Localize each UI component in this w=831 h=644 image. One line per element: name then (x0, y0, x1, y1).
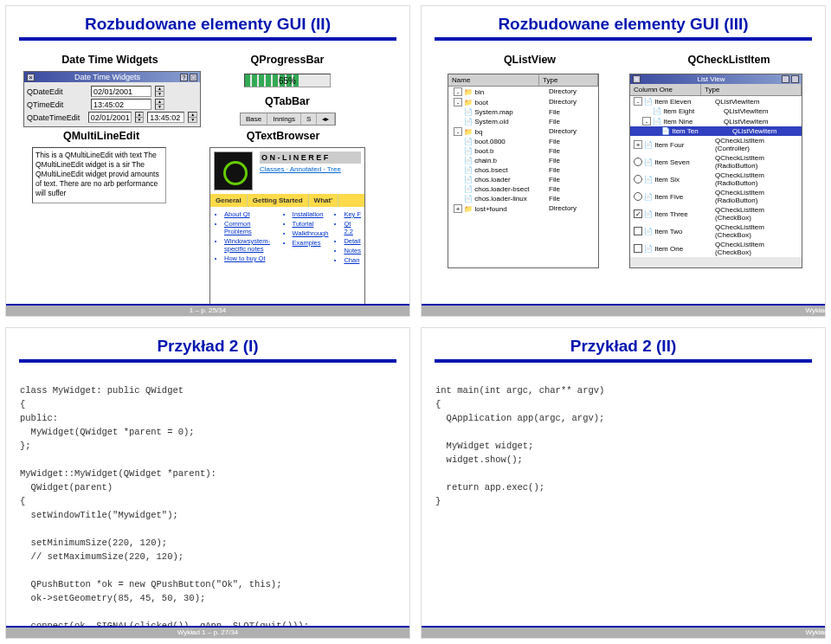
link[interactable]: Qt 2.2 (344, 220, 361, 235)
listview[interactable]: Name Type - 📁 binDirectory- 📁 bootDirect… (448, 74, 599, 268)
label-textbrowser: QTextBrowser (227, 130, 339, 142)
checklist-row[interactable]: 📄 Item SixQCheckListItem (RadioButton) (630, 171, 802, 188)
checklist-row[interactable]: -📄 Item NineQListViewItem (630, 116, 802, 126)
multiline-edit[interactable]: This is a QMultiLineEdit with text The Q… (32, 147, 166, 203)
checklist[interactable]: × List View Column One Type -📄 Item Elev… (629, 74, 802, 268)
spin-icon[interactable]: ▲▼ (155, 86, 164, 97)
list-row[interactable]: - 📁 bootDirectory (448, 97, 598, 107)
max-icon[interactable] (791, 75, 799, 83)
expand-icon[interactable]: + (634, 140, 642, 149)
title-rule (435, 359, 812, 363)
slide-example-2-2: Przykład 2 (II) int main(int argc, char*… (421, 327, 826, 639)
spin-icon[interactable]: ▲▼ (155, 99, 164, 110)
link-col: Installation Tutorial Walkthrough Exampl… (282, 210, 329, 266)
col-header[interactable]: Column One (630, 84, 701, 95)
tb-tab[interactable]: General (210, 194, 248, 207)
qt-logo-icon (214, 151, 253, 190)
link[interactable]: Chan (344, 256, 361, 264)
min-icon[interactable] (782, 75, 789, 83)
radio-icon[interactable] (634, 192, 642, 201)
list-row[interactable]: - 📁 bqDirectory (448, 126, 598, 137)
col-header[interactable]: Type (539, 74, 598, 86)
tb-tabs[interactable]: General Getting Started What' (210, 194, 364, 207)
tb-tab[interactable]: What' (309, 194, 338, 207)
list-row[interactable]: 📄 chain.bFile (448, 156, 598, 165)
link[interactable]: About Qt (224, 210, 277, 218)
list-row[interactable]: 📄 chos.loader-linuxFile (448, 194, 598, 203)
link[interactable]: Windowsystem-specific notes (224, 237, 277, 253)
expand-icon[interactable]: - (642, 117, 651, 126)
checklist-row[interactable]: -📄 Item ElevenQListViewItem (630, 96, 802, 106)
list-row[interactable]: 📄 chos.loaderFile (448, 175, 598, 184)
link[interactable]: Common Problems (224, 220, 277, 235)
tab[interactable]: Base (241, 113, 267, 125)
tb-header: O N - L I N E R E F (260, 151, 361, 164)
slide-title: Przykład 2 (I) (6, 328, 409, 359)
checklist-row[interactable]: 📄 Item TwoQCheckListItem (CheckBox) (630, 222, 802, 240)
link[interactable]: Key F (344, 210, 361, 218)
link[interactable]: Walkthrough (293, 229, 329, 237)
footer-right: Wykład 1 (806, 306, 831, 314)
list-row[interactable]: 📄 boot.0800File (448, 137, 598, 146)
tab[interactable]: S (301, 113, 317, 125)
slide-footer: Wykład 1 (422, 304, 825, 316)
link[interactable]: Notes (344, 247, 361, 254)
window-title: Date Time Widgets (74, 73, 140, 81)
list-row[interactable]: 📄 System.mapFile (448, 107, 598, 117)
checklist-row[interactable]: +📄 Item FourQCheckListItem (Controller) (630, 136, 802, 153)
close-icon[interactable]: × (633, 75, 641, 83)
tb-nav[interactable]: Classes · Annotated · Tree (260, 164, 361, 175)
tabbar[interactable]: Base Innings S ◂▸ (240, 113, 336, 126)
window-title: List View (698, 75, 725, 83)
spin-icon[interactable]: ▲▼ (135, 112, 145, 123)
list-row[interactable]: 📄 System.oldFile (448, 117, 598, 126)
date-input[interactable]: 02/01/2001 (88, 112, 132, 123)
link[interactable]: Installation (293, 210, 329, 218)
checkbox-icon[interactable]: ✓ (634, 209, 642, 218)
close-icon[interactable]: × (27, 74, 35, 81)
radio-icon[interactable] (634, 175, 642, 184)
list-row[interactable]: 📄 chos.bsectFile (448, 165, 598, 175)
col-header[interactable]: Type (701, 84, 802, 95)
link[interactable]: Detail (344, 237, 361, 245)
slide-title: Przykład 2 (II) (422, 328, 825, 359)
expand-icon[interactable]: - (454, 127, 462, 136)
col-header[interactable]: Name (448, 74, 539, 86)
help-icon[interactable]: ? (180, 74, 188, 81)
link[interactable]: How to buy Qt (224, 254, 277, 262)
textbrowser[interactable]: O N - L I N E R E F Classes · Annotated … (209, 147, 365, 316)
link[interactable]: Tutorial (293, 220, 329, 228)
list-row[interactable]: + 📁 lost+foundDirectory (448, 203, 598, 214)
tb-tab[interactable]: Getting Started (248, 194, 309, 207)
slide-footer: 1 – p. 25/34 (6, 304, 409, 316)
slide-title: Rozbudowane elementy GUI (II) (6, 6, 409, 37)
checklist-row[interactable]: 📄 Item OneQCheckListItem (CheckBox) (630, 240, 802, 257)
checklist-row[interactable]: 📄 Item TenQListViewItem (630, 126, 802, 136)
radio-icon[interactable] (634, 158, 642, 166)
row-label: QDateEdit (27, 87, 87, 96)
checklist-row[interactable]: 📄 Item EightQListViewItem (630, 106, 802, 116)
list-row[interactable]: 📄 boot.bFile (448, 146, 598, 156)
title-rule (19, 37, 396, 41)
checklist-row[interactable]: 📄 Item FiveQCheckListItem (RadioButton) (630, 188, 802, 205)
checkbox-icon[interactable] (634, 227, 642, 235)
tab[interactable]: Innings (267, 113, 301, 125)
window-titlebar[interactable]: × Date Time Widgets ?□ (24, 72, 200, 82)
spin-icon[interactable]: ▲▼ (188, 112, 197, 123)
time-input[interactable]: 13:45:02 (91, 99, 151, 110)
time-input[interactable]: 13:45:02 (147, 112, 184, 123)
list-row[interactable]: 📄 chos.loader-bsectFile (448, 184, 598, 194)
max-icon[interactable]: □ (190, 74, 197, 81)
expand-icon[interactable]: + (454, 204, 462, 213)
list-row[interactable]: - 📁 binDirectory (448, 87, 598, 97)
expand-icon[interactable]: - (454, 98, 462, 106)
expand-icon[interactable]: - (454, 87, 462, 96)
footer-right: Wykład 1 (806, 628, 831, 636)
checklist-row[interactable]: ✓📄 Item ThreeQCheckListItem (CheckBox) (630, 205, 802, 222)
checkbox-icon[interactable] (634, 244, 642, 253)
date-input[interactable]: 02/01/2001 (91, 86, 151, 97)
tab-scroll-icon[interactable]: ◂▸ (317, 113, 335, 125)
link[interactable]: Examples (293, 239, 329, 247)
checklist-row[interactable]: 📄 Item SevenQCheckListItem (RadioButton) (630, 153, 802, 171)
expand-icon[interactable]: - (634, 97, 642, 106)
